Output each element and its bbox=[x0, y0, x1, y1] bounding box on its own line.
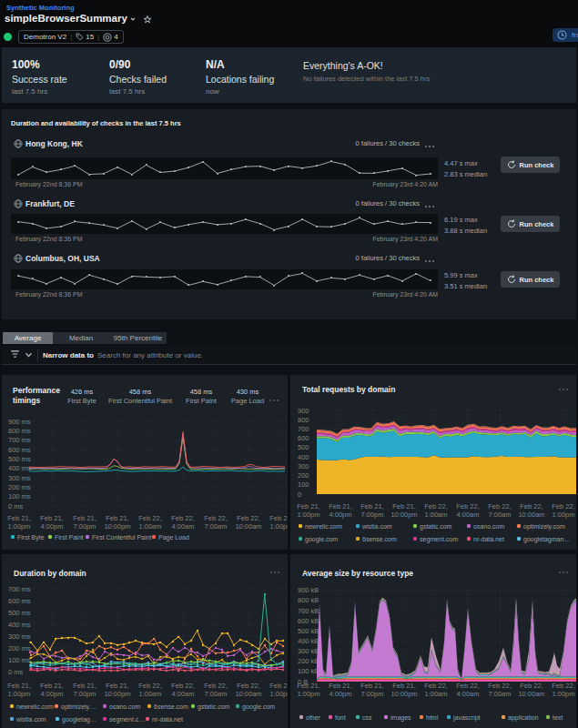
svg-text:First Byte: First Byte bbox=[17, 534, 45, 541]
svg-text:google.com: google.com bbox=[242, 703, 275, 711]
svg-text:Feb 21,: Feb 21, bbox=[329, 682, 351, 690]
svg-text:500 ms: 500 ms bbox=[8, 455, 31, 463]
svg-text:optimizely.…: optimizely.… bbox=[61, 703, 97, 711]
svg-text:10:00pm: 10:00pm bbox=[104, 690, 130, 698]
svg-text:Feb 21,: Feb 21, bbox=[360, 502, 383, 511]
svg-text:Feb 22,: Feb 22, bbox=[552, 682, 574, 690]
svg-text:430 ms: 430 ms bbox=[237, 388, 259, 396]
svg-text:Page Load: Page Load bbox=[231, 397, 264, 405]
svg-text:application: application bbox=[508, 714, 539, 722]
svg-text:Feb 21,: Feb 21, bbox=[40, 682, 63, 690]
svg-text:Feb 22,: Feb 22, bbox=[171, 514, 194, 522]
svg-text:800: 800 bbox=[298, 416, 309, 424]
svg-text:600 ms: 600 ms bbox=[8, 597, 31, 605]
svg-text:wistia.com: wistia.com bbox=[361, 523, 392, 530]
svg-text:googletagman…: googletagman… bbox=[523, 536, 570, 543]
svg-text:500 kB: 500 kB bbox=[298, 627, 319, 635]
svg-text:Feb 21,: Feb 21, bbox=[7, 514, 30, 522]
svg-text:10:00pm: 10:00pm bbox=[390, 690, 417, 698]
svg-text:googletag…: googletag… bbox=[62, 716, 96, 723]
svg-text:Feb 22,: Feb 22, bbox=[456, 682, 479, 690]
svg-text:Feb 21,: Feb 21, bbox=[297, 502, 319, 511]
svg-text:300: 300 bbox=[298, 462, 309, 470]
svg-text:1:00pm: 1:00pm bbox=[269, 522, 288, 531]
svg-text:Feb 21,: Feb 21, bbox=[329, 502, 351, 511]
svg-text:10:00pm: 10:00pm bbox=[390, 511, 417, 519]
svg-text:700 kB: 700 kB bbox=[298, 607, 319, 615]
svg-text:7:00am: 7:00am bbox=[488, 690, 511, 698]
svg-text:Feb 22,: Feb 22, bbox=[552, 502, 574, 511]
svg-text:7:00pm: 7:00pm bbox=[73, 690, 96, 698]
svg-text:1:00pm: 1:00pm bbox=[7, 690, 30, 698]
svg-text:1:00am: 1:00am bbox=[424, 690, 447, 698]
svg-text:10:00am: 10:00am bbox=[235, 522, 261, 531]
svg-text:First Contentful Paint: First Contentful Paint bbox=[92, 534, 151, 541]
svg-text:600 ms: 600 ms bbox=[8, 446, 31, 454]
svg-text:Feb 21,: Feb 21, bbox=[106, 682, 128, 690]
svg-text:800 kB: 800 kB bbox=[298, 596, 319, 604]
svg-text:300 ms: 300 ms bbox=[8, 474, 31, 482]
svg-text:100 ms: 100 ms bbox=[8, 492, 31, 500]
svg-text:segment.c…: segment.c… bbox=[109, 716, 145, 723]
svg-text:1:00pm: 1:00pm bbox=[552, 511, 574, 519]
svg-text:4:00pm: 4:00pm bbox=[40, 690, 63, 698]
svg-text:Feb 22,: Feb 22, bbox=[237, 514, 259, 522]
svg-text:200: 200 bbox=[298, 471, 309, 480]
svg-text:google.com: google.com bbox=[305, 536, 338, 543]
svg-text:osano.com: osano.com bbox=[109, 703, 140, 710]
svg-text:other: other bbox=[306, 714, 321, 721]
svg-text:1:00pm: 1:00pm bbox=[7, 522, 30, 531]
svg-text:First Contentful Paint: First Contentful Paint bbox=[108, 397, 173, 405]
svg-text:4:00am: 4:00am bbox=[456, 511, 479, 519]
svg-text:Performance: Performance bbox=[13, 386, 60, 395]
svg-text:segment.com: segment.com bbox=[420, 536, 458, 543]
svg-text:First Paint: First Paint bbox=[186, 397, 218, 405]
svg-text:400 ms: 400 ms bbox=[8, 621, 31, 629]
svg-text:1:00am: 1:00am bbox=[138, 690, 161, 698]
svg-text:0 ms: 0 ms bbox=[8, 502, 24, 511]
svg-text:7:00pm: 7:00pm bbox=[360, 511, 383, 519]
svg-text:458 ms: 458 ms bbox=[129, 388, 152, 396]
svg-text:6sense.com: 6sense.com bbox=[362, 536, 397, 542]
svg-text:images: images bbox=[390, 714, 411, 722]
svg-text:Feb 21,: Feb 21, bbox=[392, 682, 415, 690]
svg-text:7:00am: 7:00am bbox=[204, 522, 227, 531]
svg-text:700: 700 bbox=[298, 425, 309, 433]
svg-text:Feb 22,: Feb 22, bbox=[138, 682, 161, 690]
svg-text:200 ms: 200 ms bbox=[8, 483, 31, 491]
svg-text:Feb 22,: Feb 22, bbox=[456, 502, 479, 511]
svg-text:Feb 22,: Feb 22, bbox=[424, 682, 447, 690]
svg-text:gstatic.com: gstatic.com bbox=[198, 703, 230, 711]
svg-text:4:00pm: 4:00pm bbox=[329, 511, 351, 519]
svg-text:4:00am: 4:00am bbox=[456, 690, 479, 698]
svg-text:1:00pm: 1:00pm bbox=[297, 690, 319, 698]
svg-text:1:00pm: 1:00pm bbox=[297, 511, 319, 519]
svg-text:text: text bbox=[553, 714, 563, 721]
svg-text:First Byte: First Byte bbox=[67, 397, 96, 405]
svg-text:700 ms: 700 ms bbox=[8, 585, 31, 593]
svg-text:500 ms: 500 ms bbox=[8, 609, 31, 617]
svg-text:css: css bbox=[362, 714, 372, 721]
svg-text:font: font bbox=[335, 714, 346, 721]
svg-text:Feb 21,: Feb 21, bbox=[360, 682, 383, 690]
svg-text:Feb 21,: Feb 21, bbox=[106, 514, 128, 522]
svg-text:Duration by domain: Duration by domain bbox=[14, 569, 86, 578]
svg-text:1:00am: 1:00am bbox=[138, 522, 161, 531]
svg-text:timings: timings bbox=[13, 396, 40, 405]
svg-text:100 kB: 100 kB bbox=[298, 667, 319, 675]
svg-text:html: html bbox=[426, 714, 439, 721]
svg-text:wistia.com: wistia.com bbox=[15, 716, 46, 723]
svg-text:Feb 22,: Feb 22, bbox=[488, 502, 511, 511]
svg-text:426 ms: 426 ms bbox=[71, 388, 94, 396]
svg-text:7:00pm: 7:00pm bbox=[73, 522, 96, 531]
svg-text:10:00am: 10:00am bbox=[235, 690, 261, 698]
svg-text:Total requests by domain: Total requests by domain bbox=[302, 385, 395, 394]
svg-text:Feb 22,: Feb 22, bbox=[269, 682, 288, 690]
svg-text:4:00pm: 4:00pm bbox=[329, 690, 351, 698]
svg-text:1:00pm: 1:00pm bbox=[269, 690, 288, 698]
svg-text:10:00am: 10:00am bbox=[518, 690, 544, 698]
svg-text:Feb 22,: Feb 22, bbox=[204, 682, 227, 690]
svg-text:900: 900 bbox=[298, 407, 309, 415]
svg-text:7:00pm: 7:00pm bbox=[360, 690, 383, 698]
svg-text:400: 400 bbox=[298, 453, 309, 461]
